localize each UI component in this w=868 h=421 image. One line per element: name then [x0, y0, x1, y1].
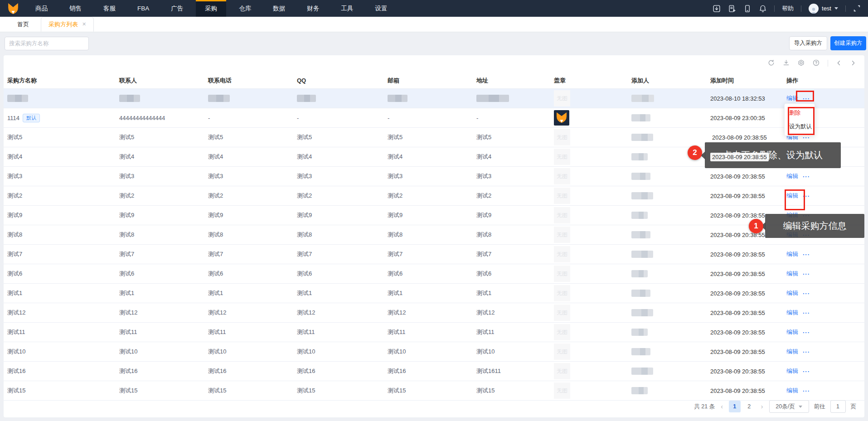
table-row[interactable]: 测试3测试3测试3测试3测试3测试3无图2023-08-09 20:38:55编… [4, 167, 864, 186]
refresh-icon[interactable] [768, 59, 775, 67]
table-row[interactable]: 测试12测试12测试12测试12测试12测试12无图2023-08-09 20:… [4, 303, 864, 323]
nav-item-设置[interactable]: 设置 [366, 0, 396, 17]
cell-value: 测试16 [297, 367, 315, 375]
cell-phone: 测试10 [204, 342, 293, 361]
search-input[interactable] [5, 40, 86, 47]
cell-contact: 测试11 [116, 323, 204, 342]
prev-page-icon[interactable]: ‹ [720, 403, 724, 410]
more-actions-link[interactable]: ··· [801, 310, 811, 316]
cell-value: 测试5 [7, 133, 22, 141]
download-icon[interactable] [783, 59, 790, 67]
form-add-icon[interactable] [728, 5, 736, 13]
column-header-label: QQ [297, 77, 306, 84]
nav-item-工具[interactable]: 工具 [332, 0, 362, 17]
table-row[interactable]: 测试11测试11测试11测试11测试11测试11无图2023-08-09 20:… [4, 323, 864, 342]
cell-value: 测试15 [208, 387, 226, 395]
table-row[interactable]: 测试1测试1测试1测试1测试1测试1无图2023-08-09 20:38:55编… [4, 284, 864, 303]
more-actions-link[interactable]: ··· [801, 348, 811, 355]
more-actions-link[interactable]: ··· [801, 271, 811, 277]
chevron-right-icon[interactable] [850, 60, 856, 66]
help-icon[interactable] [813, 59, 820, 67]
table-row[interactable]: 测试2测试2测试2测试2测试2测试2无图2023-08-09 20:38:55编… [4, 186, 864, 206]
cell-value: 测试4 [119, 153, 134, 161]
edit-link[interactable]: 编辑 [786, 250, 798, 258]
cell-value: 测试4 [388, 153, 402, 161]
cell-value: - [208, 115, 210, 121]
page-number-1[interactable]: 1 [729, 401, 741, 412]
cell-adder [628, 89, 707, 108]
more-actions-link[interactable]: ··· [801, 290, 811, 297]
edit-link[interactable]: 编辑 [786, 172, 798, 180]
table-row[interactable]: 测试16测试16测试16测试16测试16测试1611无图2023-08-09 2… [4, 362, 864, 381]
next-page-icon[interactable]: › [760, 403, 764, 410]
nav-item-仓库[interactable]: 仓库 [230, 0, 260, 17]
fullscreen-icon[interactable] [853, 5, 861, 12]
edit-link[interactable]: 编辑 [786, 270, 798, 278]
page-size-select[interactable]: 20条/页 [769, 400, 809, 413]
redacted-value [631, 95, 654, 102]
nav-item-FBA[interactable]: FBA [128, 0, 158, 17]
close-icon[interactable]: ✕ [82, 21, 86, 27]
table-row[interactable]: 无图2023-08-10 18:32:53编辑··· [4, 89, 864, 108]
more-actions-link[interactable]: ··· [801, 387, 811, 394]
table-row[interactable]: 测试6测试6测试6测试6测试6测试6无图2023-08-09 20:38:55编… [4, 264, 864, 284]
help-link[interactable]: 帮助 [782, 5, 794, 13]
nav-item-商品[interactable]: 商品 [26, 0, 57, 17]
app-download-icon[interactable] [713, 5, 721, 13]
create-purchaser-button[interactable]: 创建采购方 [830, 36, 866, 50]
column-header-label: 邮箱 [388, 77, 399, 84]
edit-link[interactable]: 编辑 [786, 328, 798, 336]
cell-adder [628, 128, 707, 147]
user-menu[interactable]: test [809, 4, 838, 14]
more-actions-link[interactable]: ··· [801, 173, 811, 180]
table-row[interactable]: 测试15测试15测试15测试15测试15测试15无图2023-08-09 20:… [4, 381, 864, 401]
table-row[interactable]: 测试10测试10测试10测试10测试10测试10无图2023-08-09 20:… [4, 342, 864, 362]
settings-icon[interactable] [798, 59, 805, 67]
cell-added-time: 2023-08-09 20:38:55 [707, 303, 783, 322]
cell-value: 测试9 [208, 211, 223, 219]
goto-page-input[interactable]: 1 [830, 400, 846, 413]
main-menu: 商品销售客服FBA广告采购仓库数据财务工具设置 [26, 0, 396, 17]
cell-name: 测试7 [4, 245, 116, 264]
table-row[interactable]: 测试7测试7测试7测试7测试7测试7无图2023-08-09 20:38:55编… [4, 245, 864, 264]
table-row[interactable]: 测试4测试4测试4测试4测试4测试4无图2023-08-09 20:38:55编… [4, 147, 864, 167]
chevron-left-icon[interactable] [836, 60, 842, 66]
cell-value: 测试9 [119, 211, 134, 219]
nav-item-客服[interactable]: 客服 [94, 0, 125, 17]
edit-link[interactable]: 编辑 [786, 387, 798, 395]
cell-value: 测试11 [297, 328, 315, 336]
nav-item-财务[interactable]: 财务 [298, 0, 328, 17]
divider [828, 60, 828, 67]
redacted-value [631, 153, 648, 160]
table-row[interactable]: 1114默认44444444444444----2023-08-09 23:00… [4, 108, 864, 128]
more-actions-link[interactable]: ··· [801, 329, 811, 336]
tab-purchaser-list[interactable]: 采购方列表 ✕ [41, 17, 94, 32]
edit-link[interactable]: 编辑 [786, 309, 798, 317]
cell-value: 测试7 [7, 250, 22, 258]
cell-value: 测试1 [388, 289, 402, 297]
edit-link[interactable]: 编辑 [786, 348, 798, 356]
import-purchaser-button[interactable]: 导入采购方 [789, 36, 827, 50]
bell-icon[interactable] [759, 5, 767, 13]
table-row[interactable]: 测试9测试9测试9测试9测试9测试9无图2023-08-09 20:38:55编… [4, 206, 864, 225]
nav-item-销售[interactable]: 销售 [60, 0, 91, 17]
cell-name: 测试2 [4, 186, 116, 205]
mobile-icon[interactable] [743, 5, 752, 13]
table-row[interactable]: 测试8测试8测试8测试8测试8测试8无图2023-08-09 20:38:55编… [4, 225, 864, 245]
nav-item-数据[interactable]: 数据 [264, 0, 294, 17]
more-actions-link[interactable]: ··· [801, 251, 811, 258]
page-number-2[interactable]: 2 [743, 401, 755, 412]
more-actions-link[interactable]: ··· [801, 368, 811, 375]
edit-link[interactable]: 编辑 [786, 367, 798, 375]
edit-link[interactable]: 编辑 [786, 289, 798, 297]
nav-item-label: 客服 [103, 5, 116, 13]
page-unit: 页 [851, 403, 857, 411]
table-row[interactable]: 测试5测试5测试5测试5测试5测试5无图2023-08-09 20:38:55编… [4, 128, 864, 147]
cell-adder [628, 323, 707, 342]
brand-logo[interactable] [0, 0, 26, 17]
nav-item-采购[interactable]: 采购 [196, 0, 226, 17]
cell-value: 测试7 [119, 250, 134, 258]
cell-value: 测试10 [388, 348, 406, 356]
tab-home[interactable]: 首页 [10, 17, 36, 32]
nav-item-广告[interactable]: 广告 [162, 0, 192, 17]
